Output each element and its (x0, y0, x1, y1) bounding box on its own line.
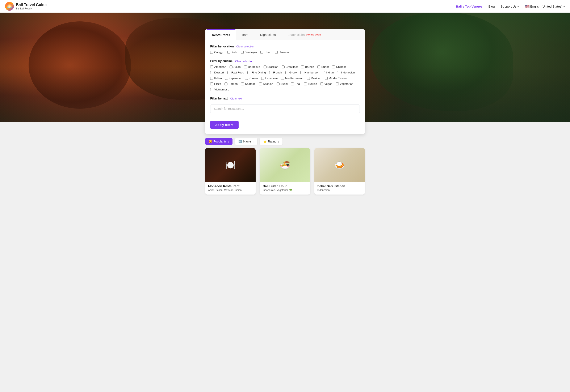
cuisine-turkish[interactable]: Turkish (304, 82, 317, 85)
site-subtitle: By Bali Ready (16, 7, 47, 10)
name-emoji: 🔤 (238, 140, 242, 143)
cards-grid: 🍽️Monsoon RestaurantAsian, Italian, Mexi… (205, 148, 365, 195)
popularity-emoji: 😍 (208, 140, 212, 143)
sort-icon: ↕ (228, 140, 229, 143)
cuisine-vegan[interactable]: Vegan (320, 82, 332, 85)
text-filter: Filter by text Clear text (210, 97, 360, 113)
popularity-label: Popularity (213, 140, 226, 143)
cuisine-buffet[interactable]: Buffet (317, 65, 329, 69)
brand-text: Bali Travel Guide By Bali Ready (16, 3, 47, 10)
cuisine-vietnamese[interactable]: Vietnamese (210, 88, 229, 91)
brand: 🌅 Bali Travel Guide By Bali Ready (5, 2, 47, 11)
location-canggu[interactable]: Canggu (210, 51, 224, 54)
rating-label: Rating (268, 140, 276, 143)
cuisine-mexican[interactable]: Mexican (307, 77, 321, 80)
cuisine-spanish[interactable]: Spanish (259, 82, 273, 85)
cuisine-fine-dining[interactable]: Fine Dining (248, 71, 266, 74)
tab-bar: Restaurants Bars Night clubs Beach clubs… (205, 29, 365, 40)
filter-body: Filter by location Clear selection Cangg… (205, 40, 365, 134)
restaurant-card[interactable]: 🍜Bali Luwih UbudIndonesian, Vegetarian 🌿 (260, 148, 310, 195)
cuisine-japanese[interactable]: Japanese (225, 77, 242, 80)
cuisine-pizza[interactable]: Pizza (210, 82, 221, 85)
location-checkbox-group: Canggu Kuta Seminyak Ubud Uluwatu (210, 51, 360, 55)
cuisine-american[interactable]: American (210, 65, 226, 69)
cuisine-greek[interactable]: Greek (285, 71, 297, 74)
sort-popularity-button[interactable]: 😍 Popularity ↕ (205, 138, 233, 145)
cuisine-brazilian[interactable]: Brazilian (263, 65, 278, 69)
chevron-down-icon: ▾ (517, 4, 519, 8)
nav-blog[interactable]: Blog (488, 5, 495, 8)
sort-name-button[interactable]: 🔤 Name ↕ (235, 138, 257, 145)
sort-icon: ↕ (278, 140, 279, 143)
location-filter-label: Filter by location (210, 45, 234, 48)
cuisine-korean[interactable]: Korean (245, 77, 258, 80)
cuisine-indonesian[interactable]: Indonesian (337, 71, 355, 74)
restaurant-card[interactable]: 🍛Sekar Sari KitchenIndonesian (314, 148, 365, 195)
site-title: Bali Travel Guide (16, 3, 47, 7)
logo: 🌅 (5, 2, 14, 11)
cuisine-indian[interactable]: Indian (322, 71, 334, 74)
sort-rating-button[interactable]: ⭐ Rating ↕ (260, 138, 282, 145)
cuisine-mediterranean[interactable]: Mediterranean (281, 77, 303, 80)
restaurant-cards-section: 🍽️Monsoon RestaurantAsian, Italian, Mexi… (205, 148, 365, 203)
tab-beach-clubs[interactable]: Beach clubs COMING SOON (282, 29, 327, 40)
cuisine-filter: Filter by cuisine Clear selection Americ… (210, 59, 360, 92)
flag-icon: 🇺🇸 (525, 4, 529, 9)
apply-filters-button[interactable]: Apply filters (210, 121, 239, 129)
card-cuisine: Indonesian, Vegetarian 🌿 (263, 189, 307, 192)
cuisine-chinese[interactable]: Chinese (332, 65, 347, 69)
sort-bar: 😍 Popularity ↕ 🔤 Name ↕ ⭐ Rating ↕ (205, 134, 365, 148)
cuisine-thai[interactable]: Thai (291, 82, 300, 85)
card-title: Sekar Sari Kitchen (317, 184, 362, 188)
cuisine-fast-food[interactable]: Fast Food (227, 71, 244, 74)
card-cuisine: Asian, Italian, Mexican, Indian (208, 189, 253, 192)
cuisine-seafood[interactable]: Seafood (241, 82, 256, 85)
cuisine-filter-label: Filter by cuisine (210, 59, 233, 63)
restaurant-search-input[interactable] (210, 104, 360, 113)
cuisine-ramen[interactable]: Ramen (224, 82, 238, 85)
coming-soon-badge: COMING SOON (306, 34, 321, 36)
cuisine-vegetarian[interactable]: Vegetarian (336, 82, 353, 85)
cuisine-asian[interactable]: Asian (230, 65, 241, 69)
cuisine-dessert[interactable]: Dessert (210, 71, 224, 74)
cuisine-barbecue[interactable]: Barbecue (244, 65, 260, 69)
location-seminyak[interactable]: Seminyak (241, 51, 257, 54)
nav-language[interactable]: 🇺🇸 English (United States) ▾ (525, 4, 565, 9)
cuisine-checkbox-group: AmericanAsianBarbecueBrazilianBreakfastB… (210, 65, 360, 92)
card-title: Monsoon Restaurant (208, 184, 253, 188)
restaurant-card[interactable]: 🍽️Monsoon RestaurantAsian, Italian, Mexi… (205, 148, 256, 195)
cuisine-sushi[interactable]: Sushi (277, 82, 288, 85)
cuisine-lebanese[interactable]: Lebanese (261, 77, 278, 80)
cuisine-hamburger[interactable]: Hamburger (300, 71, 319, 74)
cuisine-breakfast[interactable]: Breakfast (282, 65, 298, 69)
card-image: 🍽️ (205, 148, 256, 182)
card-image: 🍛 (314, 148, 365, 182)
card-title: Bali Luwih Ubud (263, 184, 307, 188)
cuisine-brunch[interactable]: Brunch (301, 65, 314, 69)
nav-support[interactable]: Support Us ▾ (501, 4, 519, 8)
sort-icon: ↕ (252, 140, 254, 143)
cuisine-french[interactable]: French (269, 71, 282, 74)
card-cuisine: Indonesian (317, 189, 362, 192)
filter-panel: Restaurants Bars Night clubs Beach clubs… (205, 29, 365, 134)
rating-emoji: ⭐ (263, 140, 267, 143)
location-clear-link[interactable]: Clear selection (236, 45, 254, 48)
chevron-down-icon: ▾ (563, 4, 565, 8)
location-ubud[interactable]: Ubud (261, 51, 271, 54)
search-input-wrapper (210, 104, 360, 113)
location-filter: Filter by location Clear selection Cangg… (210, 44, 360, 55)
cuisine-italian[interactable]: Italian (210, 77, 222, 80)
text-filter-label: Filter by text (210, 97, 228, 100)
location-kuta[interactable]: Kuta (227, 51, 237, 54)
tab-restaurants[interactable]: Restaurants (206, 29, 236, 40)
location-uluwatu[interactable]: Uluwatu (275, 51, 289, 54)
name-label: Name (243, 140, 251, 143)
cuisine-middle-eastern[interactable]: Middle Eastern (325, 77, 348, 80)
text-clear-link[interactable]: Clear text (230, 97, 242, 100)
tab-night-clubs[interactable]: Night clubs (254, 29, 282, 40)
tab-bars[interactable]: Bars (236, 29, 254, 40)
main-content: Restaurants Bars Night clubs Beach clubs… (146, 29, 424, 203)
nav-top-venues[interactable]: Bali's Top Venues (456, 5, 483, 8)
cuisine-clear-link[interactable]: Clear selection (235, 60, 253, 63)
nav-links: Bali's Top Venues Blog Support Us ▾ 🇺🇸 E… (456, 4, 565, 9)
